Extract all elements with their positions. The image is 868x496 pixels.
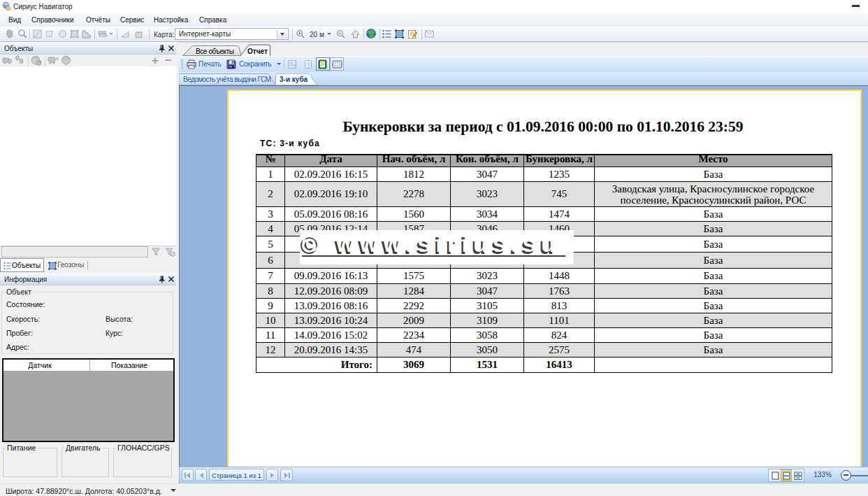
svg-text:?: ? xyxy=(307,62,310,68)
